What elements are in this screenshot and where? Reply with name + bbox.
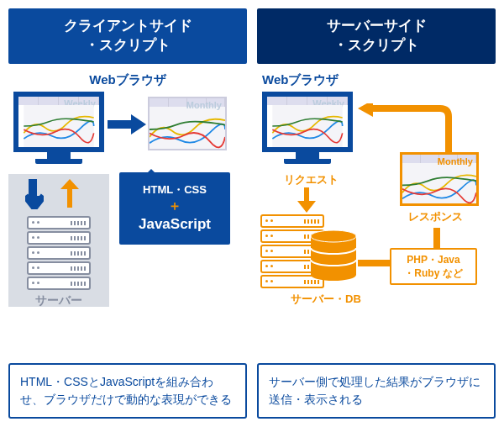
browser-monitor-weekly: Weekly — [262, 92, 353, 164]
client-side-note: HTML・CSSとJavaScriptを組み合わせ、ブラウザだけで動的な表現がで… — [8, 363, 247, 419]
browser-label: Webブラウザ — [8, 72, 247, 88]
server-rack-icon — [27, 216, 91, 290]
rendered-view-monthly: Monthly — [400, 152, 479, 206]
server-diagram-stage: Weekly Monthly レスポンス リクエスト — [257, 92, 496, 363]
request-label: リクエスト — [284, 172, 339, 187]
callout-javascript: JavaScript — [126, 216, 223, 233]
header-line2: ・スクリプト — [333, 37, 419, 53]
callout-htmlcss: HTML・CSS — [143, 183, 207, 196]
header-line1: クライアントサイド — [64, 18, 192, 34]
response-label: レスポンス — [408, 209, 463, 224]
header-line2: ・スクリプト — [85, 37, 171, 53]
server-side-header: サーバーサイド ・スクリプト — [257, 8, 496, 64]
chart-tag-monthly: Monthly — [438, 156, 473, 166]
lang-line2: ・Ruby など — [404, 267, 462, 279]
rendered-view-monthly: Monthly — [148, 97, 227, 150]
browser-label: Webブラウザ — [262, 72, 496, 88]
server-side-note: サーバー側で処理した結果がブラウザに送信・表示される — [257, 363, 496, 419]
arrow-render-icon — [108, 113, 146, 135]
server-languages: PHP・Java ・Ruby など — [390, 248, 477, 285]
database-icon — [309, 229, 358, 282]
tech-callout: HTML・CSS ＋ JavaScript — [119, 172, 230, 245]
server-db-label: サーバー・DB — [265, 292, 386, 307]
client-diagram-stage: Weekly Monthly — [8, 92, 247, 363]
arrow-up-icon — [60, 179, 79, 209]
browser-monitor-weekly: Weekly — [13, 92, 104, 164]
header-line1: サーバーサイド — [327, 18, 427, 34]
callout-plus-icon: ＋ — [126, 199, 223, 213]
arrow-request-icon — [297, 187, 316, 213]
lang-line1: PHP・Java — [407, 254, 459, 266]
server-side-column: サーバーサイド ・スクリプト Webブラウザ Weekly Monthly レス… — [257, 8, 496, 419]
server-inactive: サーバー — [8, 174, 109, 307]
chart-tag-monthly: Monthly — [186, 100, 222, 110]
client-side-header: クライアントサイド ・スクリプト — [8, 8, 247, 64]
client-side-column: クライアントサイド ・スクリプト Webブラウザ Weekly Monthly — [8, 8, 247, 419]
server-label: サーバー — [13, 293, 104, 308]
arrow-down-icon — [25, 179, 44, 209]
